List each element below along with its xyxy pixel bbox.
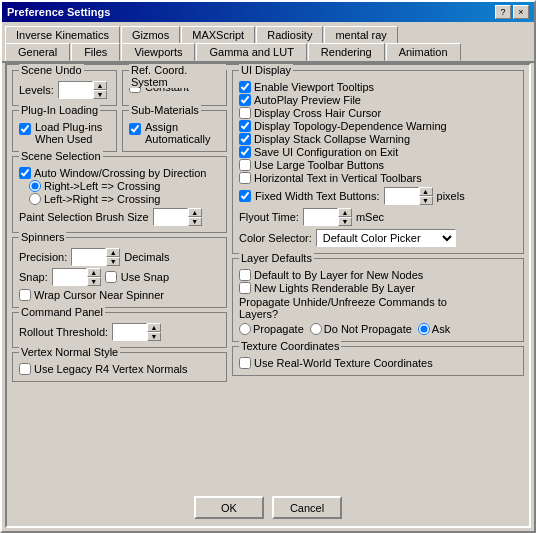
levels-input[interactable]: 20 xyxy=(58,81,93,99)
levels-label: Levels: xyxy=(19,84,54,96)
snap-spin-down[interactable]: ▼ xyxy=(87,277,101,286)
spinners-group: Spinners Precision: 3 ▲ ▼ Decimals xyxy=(12,237,227,308)
brush-size-input[interactable]: 20 xyxy=(153,208,188,226)
rollout-spin-up[interactable]: ▲ xyxy=(147,323,161,332)
tab-animation[interactable]: Animation xyxy=(386,43,461,61)
levels-spin-up[interactable]: ▲ xyxy=(93,81,107,90)
precision-input[interactable]: 3 xyxy=(71,248,106,266)
vertex-normal-group: Vertex Normal Style Use Legacy R4 Vertex… xyxy=(12,352,227,382)
fixed-width-spin-down[interactable]: ▼ xyxy=(419,196,433,205)
tab-mental-ray[interactable]: mental ray xyxy=(324,26,397,44)
tab-rendering[interactable]: Rendering xyxy=(308,43,385,61)
enable-viewport-tooltips-checkbox[interactable] xyxy=(239,81,251,93)
precision-label: Precision: xyxy=(19,251,67,263)
ref-coord-group: Ref. Coord. System Constant xyxy=(122,70,227,106)
snap-input[interactable]: 1.0 xyxy=(52,268,87,286)
enable-viewport-tooltips-label: Enable Viewport Tooltips xyxy=(254,81,374,93)
fixed-width-label: Fixed Width Text Buttons: xyxy=(255,190,380,202)
autoplay-preview-checkbox[interactable] xyxy=(239,94,251,106)
horizontal-text-checkbox[interactable] xyxy=(239,172,251,184)
ok-button[interactable]: OK xyxy=(194,496,264,519)
command-panel-group: Command Panel Rollout Threshold: 50 ▲ ▼ xyxy=(12,312,227,348)
color-selector-label: Color Selector: xyxy=(239,232,312,244)
right-panel: UI Display Enable Viewport Tooltips Auto… xyxy=(232,70,524,487)
new-lights-checkbox[interactable] xyxy=(239,282,251,294)
sub-materials-title: Sub-Materials xyxy=(129,104,201,116)
content-area: Scene Undo Levels: 20 ▲ ▼ xyxy=(5,63,531,528)
close-button[interactable]: × xyxy=(513,5,529,19)
snap-spin-up[interactable]: ▲ xyxy=(87,268,101,277)
cancel-button[interactable]: Cancel xyxy=(272,496,342,519)
brush-size-spin-up[interactable]: ▲ xyxy=(188,208,202,217)
default-by-layer-checkbox[interactable] xyxy=(239,269,251,281)
tab-gizmos[interactable]: Gizmos xyxy=(121,26,180,44)
use-large-toolbar-checkbox[interactable] xyxy=(239,159,251,171)
display-stack-collapse-checkbox[interactable] xyxy=(239,133,251,145)
flyout-input[interactable]: 300 xyxy=(303,208,338,226)
tab-files[interactable]: Files xyxy=(71,43,120,61)
flyout-spinner: 300 ▲ ▼ xyxy=(303,208,352,226)
flyout-spin-up[interactable]: ▲ xyxy=(338,208,352,217)
display-topology-checkbox[interactable] xyxy=(239,120,251,132)
tab-radiosity[interactable]: Radiosity xyxy=(256,26,323,44)
horizontal-text-label: Horizontal Text in Vertical Toolbars xyxy=(254,172,422,184)
texture-coords-group: Texture Coordinates Use Real-World Textu… xyxy=(232,346,524,376)
display-cross-hair-checkbox[interactable] xyxy=(239,107,251,119)
plugin-loading-title: Plug-In Loading xyxy=(19,104,100,116)
rollout-spin-buttons: ▲ ▼ xyxy=(147,323,161,341)
fixed-width-input[interactable]: 70 xyxy=(384,187,419,205)
use-snap-checkbox[interactable] xyxy=(105,271,117,283)
save-ui-config-label: Save UI Configuration on Exit xyxy=(254,146,398,158)
ui-display-title: UI Display xyxy=(239,64,293,76)
left-right-radio[interactable] xyxy=(29,193,41,205)
default-by-layer-label: Default to By Layer for New Nodes xyxy=(254,269,423,281)
propagate-label: Propagate Unhide/Unfreeze Commands to xyxy=(239,296,447,308)
do-not-propagate-radio[interactable] xyxy=(310,323,322,335)
vertex-normal-title: Vertex Normal Style xyxy=(19,346,120,358)
rollout-spin-down[interactable]: ▼ xyxy=(147,332,161,341)
sub-materials-group: Sub-Materials AssignAutomatically xyxy=(122,110,227,152)
ask-option: Ask xyxy=(432,323,450,335)
load-plugins-checkbox[interactable] xyxy=(19,123,31,135)
color-selector-dropdown[interactable]: Default Color Picker xyxy=(316,229,456,247)
use-legacy-checkbox[interactable] xyxy=(19,363,31,375)
save-ui-config-checkbox[interactable] xyxy=(239,146,251,158)
assign-automatically-checkbox[interactable] xyxy=(129,123,141,135)
spinners-title: Spinners xyxy=(19,231,66,243)
autoplay-preview-label: AutoPlay Preview File xyxy=(254,94,361,106)
use-large-toolbar-label: Use Large Toolbar Buttons xyxy=(254,159,384,171)
use-real-world-checkbox[interactable] xyxy=(239,357,251,369)
window-title: Preference Settings xyxy=(7,6,110,18)
tab-row-2: General Files Viewports Gamma and LUT Re… xyxy=(2,43,534,63)
tab-maxscript[interactable]: MAXScript xyxy=(181,26,255,44)
ref-coord-title: Ref. Coord. System xyxy=(129,64,226,88)
assign-automatically-label: AssignAutomatically xyxy=(145,121,210,145)
ask-radio[interactable] xyxy=(418,323,430,335)
use-snap-label: Use Snap xyxy=(121,271,169,283)
tab-inverse-kinematics[interactable]: Inverse Kinematics xyxy=(5,26,120,44)
right-left-radio[interactable] xyxy=(29,180,41,192)
tab-gamma-lut[interactable]: Gamma and LUT xyxy=(196,43,306,61)
help-button[interactable]: ? xyxy=(495,5,511,19)
title-bar-controls: ? × xyxy=(495,5,529,19)
tab-general[interactable]: General xyxy=(5,43,70,61)
command-panel-title: Command Panel xyxy=(19,306,105,318)
wrap-cursor-checkbox[interactable] xyxy=(19,289,31,301)
layer-defaults-group: Layer Defaults Default to By Layer for N… xyxy=(232,258,524,342)
propagate-radio[interactable] xyxy=(239,323,251,335)
display-topology-label: Display Topology-Dependence Warning xyxy=(254,120,447,132)
fixed-width-checkbox[interactable] xyxy=(239,190,251,202)
precision-spin-up[interactable]: ▲ xyxy=(106,248,120,257)
layer-defaults-title: Layer Defaults xyxy=(239,252,314,264)
plugin-loading-group: Plug-In Loading Load Plug-insWhen Used xyxy=(12,110,117,152)
flyout-spin-buttons: ▲ ▼ xyxy=(338,208,352,226)
auto-window-checkbox[interactable] xyxy=(19,167,31,179)
flyout-spin-down[interactable]: ▼ xyxy=(338,217,352,226)
rollout-input[interactable]: 50 xyxy=(112,323,147,341)
precision-spin-down[interactable]: ▼ xyxy=(106,257,120,266)
levels-spin-down[interactable]: ▼ xyxy=(93,90,107,99)
brush-size-spin-down[interactable]: ▼ xyxy=(188,217,202,226)
fixed-width-spin-up[interactable]: ▲ xyxy=(419,187,433,196)
do-not-propagate-option: Do Not Propagate xyxy=(324,323,412,335)
tab-viewports[interactable]: Viewports xyxy=(121,43,195,61)
